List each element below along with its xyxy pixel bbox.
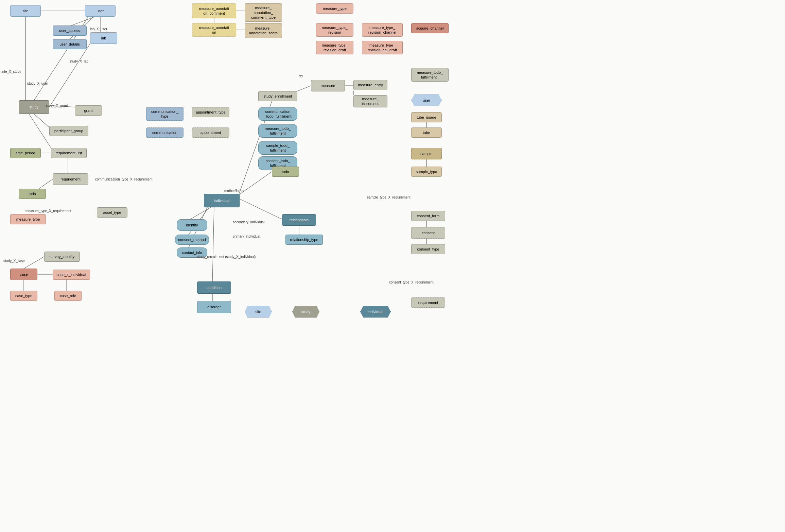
node-user_access: user_access	[53, 25, 87, 36]
node-measure_annotation: measure_annotati on	[192, 23, 236, 37]
svg-line-23	[190, 207, 211, 219]
node-measure_type_revision: measure_type_ revision	[316, 23, 353, 37]
svg-line-26	[212, 207, 214, 281]
node-sample_todo_fulfillment: sample_todo_ fulfillment	[258, 141, 297, 155]
node-participant_group: participant_group	[49, 126, 88, 136]
node-measure_document: measure_ document	[353, 95, 387, 107]
node-measure_todo_fulfillment_top: measure_todo_ fulfillment_	[411, 68, 449, 82]
connector-label-0: lab_X_user	[90, 27, 107, 31]
node-case_x_individual: case_x_individual	[53, 270, 90, 280]
node-measure_type_revision_channel: measure_type_ revision_channel	[362, 23, 403, 37]
node-appointment: appointment	[192, 127, 229, 138]
node-relationship: relationship	[282, 214, 316, 226]
node-case_type: case_type	[10, 291, 37, 301]
node-site_bottom: site	[245, 306, 272, 318]
node-tube: tube	[411, 127, 442, 138]
node-condition: condition	[197, 281, 231, 294]
node-consent_type: consent_type	[411, 244, 445, 254]
connector-label-4: study_X_grant	[46, 104, 68, 107]
node-individual: individual	[204, 194, 240, 207]
node-consent: consent	[411, 227, 445, 239]
svg-line-35	[24, 257, 44, 269]
connector-label-13: study_X_case	[3, 259, 25, 263]
connector-label-9: secondary_individual	[233, 220, 264, 224]
node-asset_type: asset_type	[97, 207, 127, 218]
node-acquire_channel: acquire_channel	[411, 23, 449, 33]
node-communication_todo_fulfillment: communication _todo_fulfillment	[258, 107, 297, 121]
connection-lines	[0, 0, 785, 532]
svg-line-12	[39, 179, 53, 189]
node-survey_identity: survey_identity	[44, 252, 80, 262]
node-measure_type_revision_draft: measure_type_ revision_draft	[316, 41, 353, 54]
node-time_period: time_period	[10, 148, 41, 158]
node-measure_annotation_score: measure_ annotation_score	[245, 23, 282, 38]
node-measure_type_left: measure_type	[10, 214, 46, 224]
svg-line-8	[34, 114, 49, 127]
node-user_details: user_details	[53, 39, 87, 49]
node-individual_bottom: individual	[360, 306, 391, 318]
node-measure_todo_fulfillment: measure_todo_ fulfillment	[258, 124, 297, 138]
node-consent_method: consent_method	[175, 235, 209, 245]
node-user: user	[85, 5, 116, 17]
diagram-container: siteuseruser_accessuser_detailslabmeasur…	[0, 0, 785, 532]
node-disorder: disorder	[197, 301, 231, 313]
connector-label-8: mother/father	[224, 189, 244, 193]
node-communication: communication	[146, 127, 184, 138]
node-measure_annotation_comment: measure_annotati on_comment	[192, 3, 236, 18]
node-measure_annotation_comment_type: measure_ annotation_ comment_type	[245, 3, 282, 22]
node-lab: lab	[90, 32, 117, 44]
node-sample_type: sample_type	[411, 167, 442, 177]
node-communication_type: communication_ type	[146, 107, 184, 121]
connector-label-6: communicaation_type_X_requirement	[95, 177, 152, 181]
connector-label-12: sample_type_X_requirement	[367, 195, 411, 199]
connector-label-14: consent_type_X_requirement	[389, 280, 434, 284]
node-relationship_type: relationship_type	[285, 235, 323, 245]
svg-line-21	[240, 199, 282, 219]
svg-line-1	[71, 17, 95, 25]
node-grant: grant	[75, 105, 102, 116]
node-requirement_bottom: requirement	[411, 297, 445, 308]
node-identity: identity	[177, 219, 207, 231]
connector-label-11: study_recruitment (study_X_individual)	[197, 255, 256, 259]
connector-label-10: primary_individual	[233, 235, 260, 238]
svg-line-9	[29, 114, 51, 148]
node-measure_entry: measure_entry	[353, 80, 387, 90]
connector-label-2: study_X_user	[27, 82, 48, 85]
node-requirement: requirement	[53, 173, 88, 185]
svg-line-6	[49, 44, 90, 107]
node-site: site	[10, 5, 41, 17]
connector-label-5: ??	[299, 75, 303, 79]
node-todo_left: todo	[19, 189, 46, 199]
node-study: study	[19, 100, 49, 114]
connector-label-1: site_X_study	[2, 70, 21, 73]
node-measure_type_revision_chl_draft: measure_type_ revision_chl_draft	[362, 41, 403, 54]
node-requirement_list: requirement_list	[51, 148, 87, 158]
node-study_bottom: study	[292, 306, 319, 318]
node-tube_usage: tube_usage	[411, 112, 442, 122]
connector-label-7: measure_type_X_requirement	[25, 209, 71, 213]
node-measure_type: measure_type	[316, 3, 353, 14]
node-todo_main: todo	[272, 167, 299, 177]
node-case: case	[10, 269, 37, 280]
connector-label-3: study_X_lab	[70, 59, 88, 63]
node-user_top_right: user	[411, 95, 442, 106]
node-study_enrollment: study_enrollment	[258, 91, 297, 101]
node-case_role: case_role	[54, 291, 82, 301]
node-appointment_type: appointment_type	[192, 107, 229, 117]
node-measure: measure	[311, 80, 345, 91]
node-sample: sample	[411, 148, 442, 159]
svg-line-18	[297, 86, 311, 91]
node-consent_form: consent_form	[411, 211, 445, 221]
